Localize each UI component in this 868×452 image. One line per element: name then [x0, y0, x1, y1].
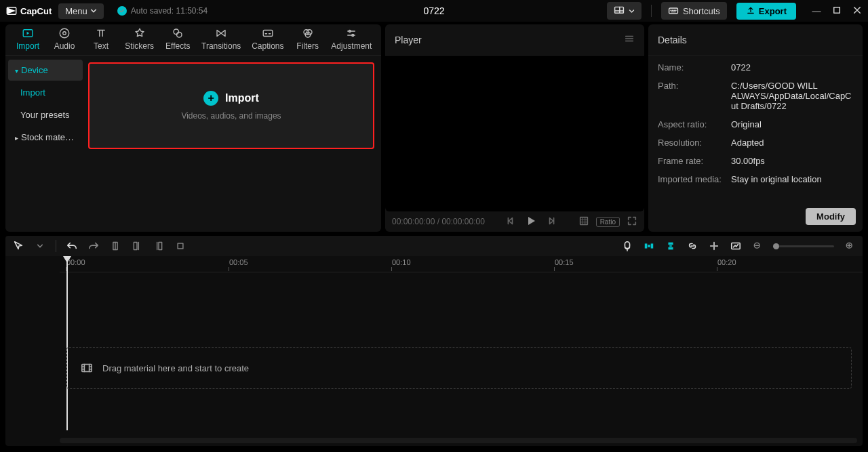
minimize-button[interactable]: — — [811, 6, 822, 16]
zoom-in-button[interactable] — [844, 240, 856, 252]
tab-label: Filters — [296, 41, 319, 51]
value-resolution: Adapted — [731, 138, 764, 148]
fullscreen-button[interactable] — [627, 215, 637, 228]
undo-button[interactable] — [66, 240, 78, 252]
svg-rect-23 — [668, 243, 673, 245]
svg-rect-9 — [263, 30, 273, 37]
pointer-tool[interactable] — [12, 240, 24, 252]
scale-button[interactable] — [578, 215, 589, 228]
tab-stickers[interactable]: Stickers — [121, 24, 158, 55]
svg-rect-2 — [669, 8, 678, 14]
tab-captions[interactable]: Captions — [248, 24, 288, 55]
tab-effects[interactable]: Effects — [161, 24, 195, 55]
tab-text[interactable]: Text — [84, 24, 118, 55]
split-left-tool[interactable] — [131, 240, 143, 252]
import-dropzone[interactable]: + Import Videos, audios, and images — [88, 62, 374, 149]
magnet-auto-button[interactable] — [665, 240, 677, 252]
import-label: Import — [225, 92, 259, 104]
export-button[interactable]: Export — [736, 3, 796, 20]
split-tool[interactable] — [109, 240, 121, 252]
label-framerate: Frame rate: — [658, 156, 731, 166]
sidebar-item-import[interactable]: Import — [8, 82, 83, 103]
text-icon — [95, 27, 107, 39]
menu-button[interactable]: Menu — [58, 3, 104, 19]
chevron-down-icon — [629, 8, 635, 14]
window-controls: — — [811, 6, 863, 16]
svg-rect-19 — [178, 243, 183, 249]
zoom-out-button[interactable] — [751, 240, 764, 252]
sidebar-item-device[interactable]: ▾Device — [8, 60, 83, 81]
tab-label: Text — [94, 41, 108, 51]
export-icon — [746, 6, 755, 16]
timeline-ruler[interactable]: 00:00 00:05 00:10 00:15 00:20 — [60, 256, 863, 272]
sidebar-item-stock[interactable]: ▸Stock mater… — [8, 127, 83, 148]
sidebar-item-presets[interactable]: Your presets — [8, 104, 83, 125]
main-row: Import Audio Text Stickers Effects Trans… — [0, 22, 868, 232]
film-icon — [81, 362, 93, 374]
layout-button[interactable] — [607, 2, 642, 20]
svg-rect-20 — [645, 243, 648, 248]
top-bar: CapCut Menu Auto saved: 11:50:54 0722 Sh… — [0, 0, 868, 22]
autosave-text: Auto saved: 11:50:54 — [131, 6, 208, 16]
svg-rect-21 — [651, 243, 654, 248]
tab-label: Adjustment — [331, 41, 372, 51]
player-viewport[interactable] — [385, 56, 644, 211]
timeline-tracks[interactable]: Drag material here and start to create — [5, 272, 863, 438]
label-aspect: Aspect ratio: — [658, 119, 731, 129]
autosave-status: Auto saved: 11:50:54 — [117, 6, 208, 16]
cover-button[interactable] — [730, 240, 742, 252]
import-subtitle: Videos, audios, and images — [181, 111, 281, 121]
close-button[interactable] — [852, 6, 863, 16]
divider — [651, 5, 652, 17]
player-timecode: 00:00:00:00 / 00:00:00:00 — [392, 217, 485, 226]
close-icon — [853, 6, 861, 14]
timeline-scrollbar[interactable] — [60, 438, 857, 443]
details-body: Name:0722 Path:C:/Users/GOOD WILL ALWAYS… — [648, 56, 863, 204]
filters-icon — [302, 27, 314, 39]
track-dropzone[interactable]: Drag material here and start to create — [66, 347, 852, 389]
media-tabs: Import Audio Text Stickers Effects Trans… — [5, 24, 381, 56]
tab-label: Effects — [165, 41, 190, 51]
sidebar-label: Device — [21, 65, 48, 75]
ruler-tick: 00:20 — [717, 258, 736, 266]
stickers-icon — [134, 27, 146, 39]
tab-filters[interactable]: Filters — [291, 24, 325, 55]
import-icon — [22, 27, 34, 39]
export-label: Export — [759, 6, 787, 16]
preview-axis-button[interactable] — [708, 240, 720, 252]
divider — [56, 240, 56, 252]
timeline-toolbar — [5, 236, 863, 256]
pointer-dropdown[interactable] — [34, 240, 46, 252]
next-frame-button[interactable] — [547, 216, 557, 228]
tab-import[interactable]: Import — [11, 24, 45, 55]
caret-down-icon: ▾ — [15, 67, 18, 75]
menu-label: Menu — [65, 6, 87, 16]
link-button[interactable] — [686, 240, 698, 252]
prev-frame-button[interactable] — [505, 216, 515, 228]
delete-tool[interactable] — [174, 240, 186, 252]
tab-adjustment[interactable]: Adjustment — [328, 24, 376, 55]
svg-rect-18 — [159, 243, 162, 250]
redo-button[interactable] — [87, 240, 100, 252]
tab-label: Transitions — [201, 41, 241, 51]
magnet-main-button[interactable] — [643, 240, 655, 252]
ratio-button[interactable]: Ratio — [596, 217, 620, 227]
shortcuts-button[interactable]: Shortcuts — [661, 2, 727, 20]
play-button[interactable] — [526, 215, 536, 228]
drop-hint-text: Drag material here and start to create — [102, 363, 249, 373]
adjustment-icon — [345, 27, 357, 39]
tab-transitions[interactable]: Transitions — [197, 24, 245, 55]
timeline-body: 00:00 00:05 00:10 00:15 00:20 Drag mater… — [5, 256, 863, 446]
captions-icon — [262, 27, 274, 39]
tab-audio[interactable]: Audio — [47, 24, 81, 55]
tab-label: Captions — [252, 41, 283, 51]
caret-right-icon: ▸ — [15, 134, 18, 142]
player-menu-icon[interactable] — [624, 33, 635, 46]
split-right-tool[interactable] — [153, 240, 165, 252]
maximize-button[interactable] — [831, 6, 842, 16]
shortcuts-label: Shortcuts — [683, 6, 720, 16]
record-button[interactable] — [621, 240, 633, 252]
zoom-slider[interactable] — [773, 245, 834, 247]
modify-button[interactable]: Modify — [806, 208, 856, 225]
value-path: C:/Users/GOOD WILL ALWAYS/AppData/Local/… — [731, 81, 853, 111]
